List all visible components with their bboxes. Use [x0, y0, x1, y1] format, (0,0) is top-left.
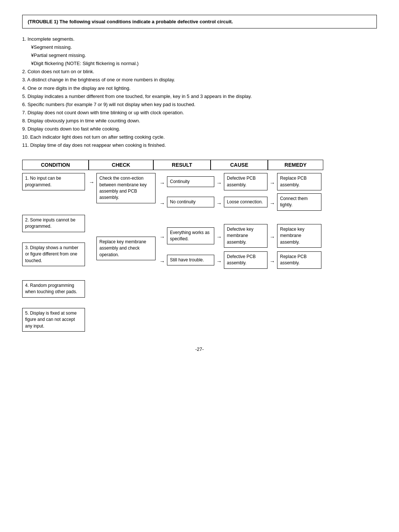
trouble-box: (TROUBLE 1) The following visual conditi… [22, 15, 377, 28]
check-column: Check the conn-ection between membrane k… [96, 173, 157, 260]
condition-column: 1. No input can be programmed. 2. Some i… [22, 173, 87, 332]
result-still-trouble: Still have trouble. [167, 255, 214, 265]
intro-item: 5. Display indicates a number different … [22, 92, 377, 101]
intro-item: 6. Specific numbers (for example 7 or 9)… [22, 101, 377, 109]
header-check: CHECK [89, 160, 153, 170]
intro-item: 9. Display counts down too fast while co… [22, 125, 377, 133]
arrow-nocontinuity-to-cause2: → [214, 198, 224, 206]
intro-item: 4. One or more digits in the display are… [22, 84, 377, 92]
intro-item: ¥Digit flickering (NOTE: Slight flickeri… [31, 60, 377, 68]
remedy-replace-pcb-2: Replace PCB assembly. [277, 251, 321, 269]
trouble-heading: (TROUBLE 1) The following visual conditi… [28, 19, 233, 24]
remedy-replace-pcb-1: Replace PCB assembly. [277, 173, 321, 190]
check-box-1: Check the conn-ection between membrane k… [96, 173, 156, 203]
intro-item: 2. Colon does not turn on or blink. [22, 68, 377, 76]
result-everything-works: Everything works as specified. [167, 227, 214, 245]
header-result: RESULT [153, 160, 211, 170]
condition-1: 1. No input can be programmed. [22, 173, 85, 190]
condition-5: 5. Display is fixed at some figure and c… [22, 308, 85, 332]
arrow-cond-to-check: → [87, 177, 96, 185]
arrow-cause2-to-remedy2: → [267, 198, 277, 206]
result-no-continuity: No continuity [167, 197, 214, 207]
intro-item: 7. Display does not count down with time… [22, 109, 377, 117]
intro-item: 3. A distinct change in the brightness o… [22, 76, 377, 84]
rcr-column: → Continuity → Defective PCB assembly. →… [157, 173, 321, 269]
intro-item: ¥Segment missing. [31, 43, 377, 51]
branch-continuity: → Continuity → Defective PCB assembly. →… [157, 173, 321, 190]
header-remedy: REMEDY [268, 160, 323, 170]
branch-still-trouble: → Still have trouble. → Defective PCB as… [157, 251, 321, 269]
arrow-still-to-cause4: → [214, 256, 224, 264]
arrow-cause4-to-remedy4: → [267, 256, 277, 264]
branch-no-continuity: → No continuity → Loose connection. → Co… [157, 193, 321, 211]
header-condition: CONDITION [22, 160, 89, 170]
intro-item: 10. Each indicator light does not turn o… [22, 133, 377, 141]
arrow-everything-to-cause3: → [214, 231, 224, 240]
remedy-connect-tightly: Connect them tightly. [277, 193, 321, 211]
result-continuity: Continuity [167, 176, 214, 187]
arrow-check2-to-still: → [157, 256, 167, 264]
condition-3: 3. Display shows a number or figure diff… [22, 243, 85, 266]
cause-defective-key-1: Defective key membrane assembly. [224, 224, 267, 248]
arrow-continuity-to-cause1: → [214, 177, 224, 186]
condition-4: 4. Random programming when touching othe… [22, 280, 85, 298]
check-box-2: Replace key membrane assembly and check … [96, 237, 156, 260]
condition-2: 2. Some inputs cannot be programmed. [22, 215, 85, 232]
diagram-header: CONDITION CHECK RESULT CAUSE REMEDY [22, 160, 377, 170]
remedy-replace-key-1: Replace key membrane assembly. [277, 224, 321, 248]
diagram: CONDITION CHECK RESULT CAUSE REMEDY 1. N… [22, 160, 377, 332]
cause-defective-pcb-2: Defective PCB assembly. [224, 251, 267, 269]
cause-defective-pcb-1: Defective PCB assembly. [224, 173, 267, 190]
page-number: -27- [22, 346, 377, 352]
flow-body: 1. No input can be programmed. 2. Some i… [22, 173, 377, 332]
branch-everything-works: → Everything works as specified. → Defec… [157, 224, 321, 248]
arrow-check2-to-everything: → [157, 231, 167, 240]
intro-item: ¥Partial segment missing. [31, 51, 377, 60]
intro-item: 1. Incomplete segments. [22, 35, 377, 43]
arrow-cause3-to-remedy3: → [267, 231, 277, 240]
arrow-check-to-nocontinuity: → [157, 198, 167, 206]
arrow-cause1-to-remedy1: → [267, 177, 277, 186]
cause-loose: Loose connection. [224, 197, 267, 207]
intro-list: 1. Incomplete segments.¥Segment missing.… [22, 35, 377, 149]
intro-item: 11. Display time of day does not reappea… [22, 141, 377, 149]
header-cause: CAUSE [211, 160, 268, 170]
intro-item: 8. Display obviously jumps in time while… [22, 117, 377, 125]
arrow-check-to-continuity: → [157, 177, 167, 186]
